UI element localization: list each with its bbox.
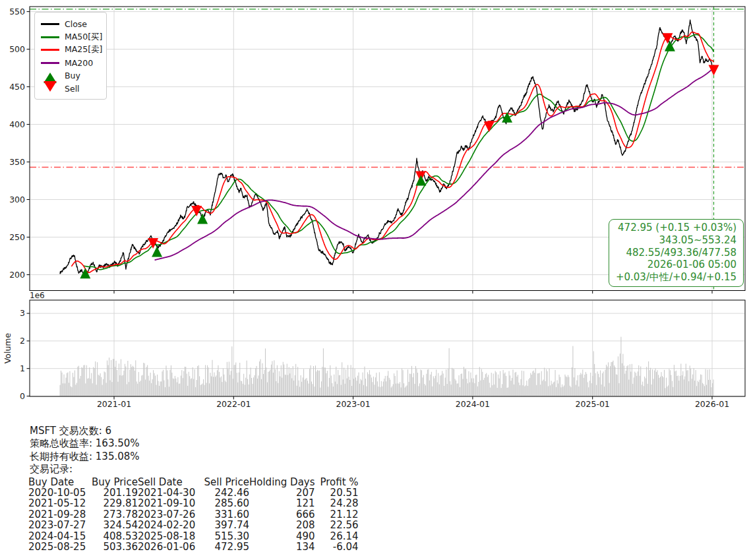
trade-cell: 22.56 bbox=[315, 520, 359, 530]
svg-text:500: 500 bbox=[9, 44, 25, 54]
trade-cell: 2021-09-28 bbox=[28, 509, 88, 520]
legend-item-sell: Sell bbox=[41, 82, 101, 96]
trade-cell: 408.53 bbox=[88, 531, 138, 542]
trade-cell: 24.28 bbox=[315, 498, 359, 509]
trade-count-line: MSFT 交易次数: 6 bbox=[30, 425, 359, 437]
trade-row: 2020-10-05201.192021-04-30242.4620720.51 bbox=[28, 487, 359, 498]
svg-text:0: 0 bbox=[20, 391, 25, 401]
legend-label: Sell bbox=[65, 84, 80, 94]
annotation-signal-line: +0.03/中性/+0.94/+0.15 bbox=[616, 271, 736, 284]
trade-cell: 2026-01-06 bbox=[138, 542, 202, 552]
trade-cell: 324.54 bbox=[88, 520, 138, 530]
trade-cell: -6.04 bbox=[315, 542, 359, 552]
close-line-swatch bbox=[41, 23, 59, 25]
trade-cell: 515.30 bbox=[202, 531, 249, 542]
trade-cell: 2025-08-18 bbox=[138, 531, 202, 542]
trade-cell: 2021-04-30 bbox=[138, 487, 202, 498]
svg-text:2024-01: 2024-01 bbox=[456, 399, 490, 409]
svg-text:2: 2 bbox=[20, 336, 25, 346]
annotation-price-line: 472.95 (+0.15 +0.03%) bbox=[616, 222, 736, 234]
trade-cell: 134 bbox=[249, 542, 315, 552]
trade-cell: 2020-10-05 bbox=[28, 487, 88, 498]
svg-text:3: 3 bbox=[20, 308, 25, 318]
trade-cell: 2023-07-27 bbox=[28, 520, 88, 530]
trade-cell: 20.51 bbox=[315, 487, 359, 498]
ma25-line-swatch bbox=[41, 49, 59, 51]
svg-text:2021-01: 2021-01 bbox=[97, 399, 131, 409]
trade-cell: 285.60 bbox=[202, 498, 249, 509]
svg-text:2022-01: 2022-01 bbox=[216, 399, 251, 409]
svg-text:1: 1 bbox=[20, 363, 25, 373]
figure: 55050045040035030025020032102021-012022-… bbox=[0, 0, 751, 560]
legend-label: MA50[买] bbox=[65, 32, 103, 43]
col-sell-date: Sell Date bbox=[138, 477, 202, 487]
svg-text:2025-01: 2025-01 bbox=[576, 399, 610, 409]
legend-label: MA200 bbox=[65, 58, 93, 68]
svg-text:300: 300 bbox=[9, 195, 25, 204]
strategy-stats: MSFT 交易次数: 6 策略总收益率: 163.50% 长期持有收益: 135… bbox=[30, 425, 359, 552]
legend-label: MA25[卖] bbox=[65, 44, 103, 55]
legend-item-ma25: MA25[卖] bbox=[41, 44, 101, 57]
svg-text:400: 400 bbox=[9, 119, 25, 129]
trade-cell: 2024-02-20 bbox=[138, 520, 202, 530]
col-buy-price: Buy Price bbox=[88, 477, 138, 487]
trade-cell: 2024-04-15 bbox=[28, 531, 88, 542]
col-holding-days: Holding Days bbox=[249, 477, 315, 487]
legend-item-buy: Buy bbox=[41, 69, 101, 82]
total-return-line: 策略总收益率: 163.50% bbox=[30, 437, 359, 450]
price-volume-chart: 55050045040035030025020032102021-012022-… bbox=[0, 0, 751, 417]
ma200-line-swatch bbox=[41, 62, 59, 64]
trade-cell: 26.14 bbox=[315, 531, 359, 542]
trade-cell: 666 bbox=[249, 509, 315, 520]
trade-cell: 472.95 bbox=[202, 542, 249, 552]
trade-cell: 121 bbox=[249, 498, 315, 509]
trade-row: 2025-08-25503.362026-01-06472.95134-6.04 bbox=[28, 542, 359, 552]
svg-text:2023-01: 2023-01 bbox=[336, 399, 370, 409]
trade-cell: 207 bbox=[249, 487, 315, 498]
annotation-range-line: 343.05~553.24 bbox=[616, 234, 736, 247]
col-sell-price: Sell Price bbox=[202, 477, 249, 487]
trades-table: Buy Date Buy Price Sell Date Sell Price … bbox=[28, 477, 359, 553]
trades-header-row: Buy Date Buy Price Sell Date Sell Price … bbox=[28, 477, 359, 487]
trade-cell: 2025-08-25 bbox=[28, 542, 88, 552]
ma50-line-swatch bbox=[41, 36, 59, 38]
trade-row: 2021-09-28273.782023-07-26331.6066621.12 bbox=[28, 509, 359, 520]
trade-cell: 397.74 bbox=[202, 520, 249, 530]
trade-cell: 2021-05-12 bbox=[28, 498, 88, 509]
svg-text:250: 250 bbox=[9, 232, 25, 242]
trade-cell: 201.19 bbox=[88, 487, 138, 498]
legend-label: Buy bbox=[65, 71, 80, 80]
svg-text:550: 550 bbox=[9, 7, 25, 16]
svg-text:450: 450 bbox=[9, 82, 25, 92]
svg-text:2026-01: 2026-01 bbox=[695, 399, 729, 409]
trade-cell: 503.36 bbox=[88, 542, 138, 552]
trade-cell: 331.60 bbox=[202, 509, 249, 520]
trade-cell: 21.12 bbox=[315, 509, 359, 520]
trade-cell: 242.46 bbox=[202, 487, 249, 498]
svg-text:350: 350 bbox=[9, 157, 25, 167]
trade-cell: 208 bbox=[249, 520, 315, 530]
annotation-ohlc-line: 482.55/493.36/477.58 bbox=[616, 247, 736, 259]
sell-triangle-icon bbox=[41, 85, 59, 92]
col-profit-pct: Profit % bbox=[315, 477, 359, 487]
trade-row: 2021-05-12229.812021-09-10285.6012124.28 bbox=[28, 498, 359, 509]
trade-cell: 2021-09-10 bbox=[138, 498, 202, 509]
trade-cell: 2023-07-26 bbox=[138, 509, 202, 520]
annotation-time-line: 2026-01-06 05:00 bbox=[616, 259, 736, 271]
trade-cell: 490 bbox=[249, 531, 315, 542]
trade-row: 2024-04-15408.532025-08-18515.3049026.14 bbox=[28, 531, 359, 542]
hold-return-line: 长期持有收益: 135.08% bbox=[30, 451, 359, 463]
quote-annotation: 472.95 (+0.15 +0.03%) 343.05~553.24 482.… bbox=[609, 219, 744, 287]
chart-legend: Close MA50[买] MA25[卖] MA200 Buy Sell bbox=[34, 12, 107, 100]
trade-cell: 229.81 bbox=[88, 498, 138, 509]
trade-cell: 273.78 bbox=[88, 509, 138, 520]
legend-item-ma50: MA50[买] bbox=[41, 31, 101, 44]
legend-item-close: Close bbox=[41, 18, 101, 31]
trade-record-title: 交易记录: bbox=[30, 463, 359, 476]
col-buy-date: Buy Date bbox=[28, 477, 88, 487]
trades-body: 2020-10-05201.192021-04-30242.4620720.51… bbox=[28, 487, 359, 552]
buy-triangle-icon bbox=[41, 73, 59, 79]
svg-text:Volume: Volume bbox=[3, 332, 13, 363]
svg-text:200: 200 bbox=[9, 270, 25, 280]
legend-label: Close bbox=[65, 19, 87, 29]
